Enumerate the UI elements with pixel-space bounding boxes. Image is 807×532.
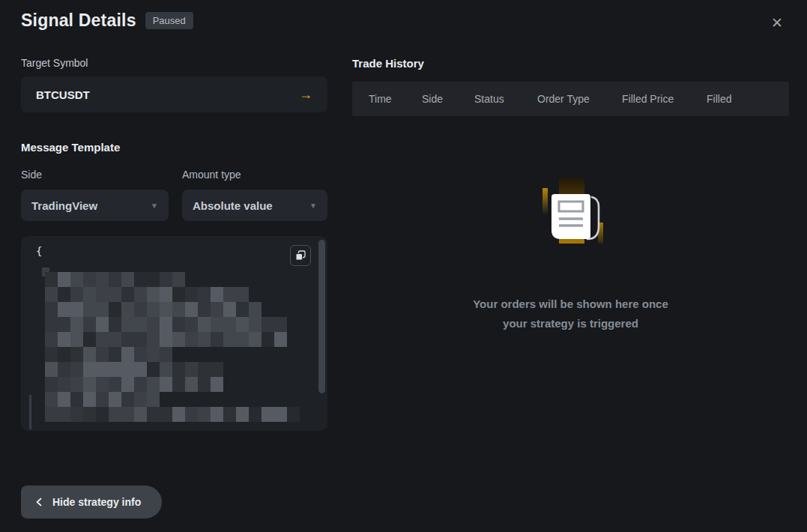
signal-details-modal: Signal Details Paused ✕ Target Symbol BT… (0, 0, 807, 532)
redacted-row (45, 377, 300, 392)
amount-type-group: Amount type Absolute value ▼ (182, 169, 327, 221)
close-button[interactable]: ✕ (767, 12, 788, 33)
code-scrollbar[interactable] (318, 240, 325, 393)
redacted-template-content (45, 272, 300, 422)
column-header-filled-price: Filled Price (622, 93, 674, 105)
redacted-row (45, 407, 300, 422)
modal-header: Signal Details Paused (21, 10, 193, 31)
empty-state: Your orders will be shown here once your… (352, 173, 789, 333)
amount-type-dropdown[interactable]: Absolute value ▼ (182, 190, 327, 221)
empty-state-line1: Your orders will be shown here once (352, 294, 789, 314)
arrow-right-icon[interactable]: → (299, 87, 312, 103)
hide-strategy-info-label: Hide strategy info (52, 496, 141, 508)
redacted-row (45, 362, 300, 377)
page-title: Signal Details (21, 10, 136, 31)
chevron-down-icon: ▼ (309, 202, 317, 210)
copy-icon (295, 250, 306, 261)
amount-type-label: Amount type (182, 169, 327, 181)
redacted-row (45, 287, 300, 302)
close-icon: ✕ (771, 14, 783, 31)
amount-type-dropdown-value: Absolute value (193, 199, 273, 212)
trade-history-heading: Trade History (352, 57, 789, 70)
column-header-side: Side (422, 93, 443, 105)
strategy-info-panel: Target Symbol BTCUSDT → Message Template… (21, 57, 327, 431)
chevron-left-icon (34, 498, 43, 507)
redacted-block (29, 395, 31, 429)
side-dropdown-value: TradingView (31, 199, 97, 212)
column-header-order-type: Order Type (537, 93, 590, 105)
empty-state-line2: your strategy is triggered (352, 314, 789, 333)
copy-button[interactable] (290, 245, 311, 266)
side-dropdown[interactable]: TradingView ▼ (21, 190, 169, 221)
redacted-row (45, 332, 300, 347)
empty-orders-icon (525, 173, 617, 257)
template-code-preview[interactable]: { (21, 236, 327, 431)
chevron-down-icon: ▼ (151, 202, 158, 210)
redacted-row (45, 317, 300, 332)
message-template-heading: Message Template (21, 141, 327, 154)
column-header-time: Time (369, 93, 392, 105)
redacted-row (45, 392, 300, 407)
column-header-status: Status (474, 93, 504, 105)
target-symbol-value: BTCUSDT (36, 88, 90, 101)
code-open-brace: { (36, 245, 42, 257)
side-label: Side (21, 169, 169, 181)
redacted-row (45, 272, 300, 287)
template-options-row: Side TradingView ▼ Amount type Absolute … (21, 169, 327, 221)
target-symbol-label: Target Symbol (21, 57, 327, 69)
status-badge: Paused (145, 12, 193, 29)
redacted-row (45, 347, 300, 362)
trade-history-panel: Trade History TimeSideStatusOrder TypeFi… (352, 57, 789, 333)
hide-strategy-info-button[interactable]: Hide strategy info (21, 486, 162, 519)
side-group: Side TradingView ▼ (21, 169, 169, 221)
target-symbol-field[interactable]: BTCUSDT → (21, 76, 327, 112)
trade-history-header-row: TimeSideStatusOrder TypeFilled PriceFill… (352, 82, 789, 116)
column-header-filled: Filled (707, 93, 731, 105)
redacted-row (45, 302, 300, 317)
